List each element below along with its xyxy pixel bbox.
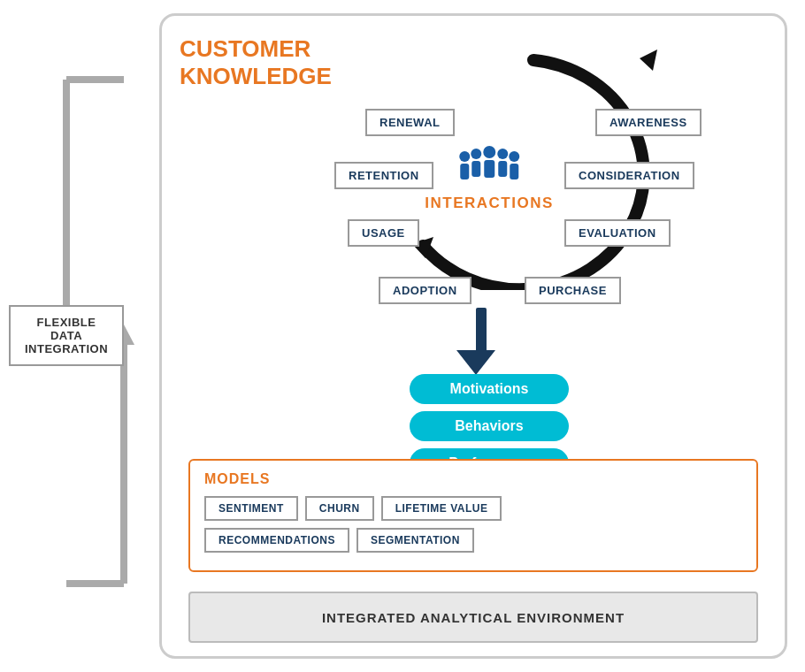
arrow-stem-top <box>476 308 487 352</box>
model-tag-recommendations: RECOMMENDATIONS <box>204 528 349 553</box>
model-tag-sentiment: SENTIMENT <box>204 496 298 521</box>
svg-point-16 <box>509 151 519 162</box>
model-tag-segmentation: SEGMENTATION <box>356 528 474 553</box>
svg-rect-15 <box>498 161 507 177</box>
stage-purchase: PURCHASE <box>525 277 621 304</box>
svg-rect-13 <box>484 160 494 178</box>
customer-knowledge-title: CUSTOMERKNOWLEDGE <box>180 35 332 90</box>
pill-behaviors: Behaviors <box>410 411 569 441</box>
stage-consideration: CONSIDERATION <box>564 162 694 189</box>
model-tag-lifetime-value: LIFETIME VALUE <box>381 496 502 521</box>
models-box: MODELS SENTIMENT CHURN LIFETIME VALUE RE… <box>188 459 758 572</box>
stage-usage: USAGE <box>348 219 419 247</box>
flexible-data-integration-box: FLEXIBLE DATA INTEGRATION <box>9 305 124 366</box>
model-tag-churn: CHURN <box>305 496 374 521</box>
svg-point-14 <box>497 149 508 159</box>
pill-motivations: Motivations <box>410 374 569 404</box>
fdi-label-line1: FLEXIBLE DATA <box>37 316 96 342</box>
model-tags-row1: SENTIMENT CHURN LIFETIME VALUE <box>204 496 742 521</box>
interactions-label: INTERACTIONS <box>425 195 554 212</box>
stage-renewal: RENEWAL <box>365 109 455 136</box>
stage-awareness: AWARENESS <box>595 109 702 136</box>
people-icon <box>458 144 520 193</box>
svg-point-8 <box>459 151 470 162</box>
iae-label: INTEGRATED ANALYTICAL ENVIRONMENT <box>322 610 625 625</box>
svg-rect-17 <box>510 164 518 179</box>
svg-rect-9 <box>460 164 469 179</box>
stage-evaluation: EVALUATION <box>564 219 671 247</box>
interactions-center: INTERACTIONS <box>425 144 554 212</box>
stage-retention: RETENTION <box>334 162 433 189</box>
svg-rect-11 <box>472 161 480 177</box>
svg-point-12 <box>483 146 495 158</box>
fdi-label-line2: INTEGRATION <box>25 342 108 355</box>
stage-adoption: ADOPTION <box>379 277 472 304</box>
models-title: MODELS <box>204 471 742 487</box>
main-diagram-container: CUSTOMERKNOWLEDGE RENEWAL AWARENESS RETE… <box>159 13 787 659</box>
iae-box: INTEGRATED ANALYTICAL ENVIRONMENT <box>188 592 758 643</box>
arrow-head-to-pills <box>456 350 495 375</box>
svg-marker-6 <box>640 50 657 71</box>
svg-point-10 <box>471 149 481 159</box>
model-tags-row2: RECOMMENDATIONS SEGMENTATION <box>204 528 742 553</box>
